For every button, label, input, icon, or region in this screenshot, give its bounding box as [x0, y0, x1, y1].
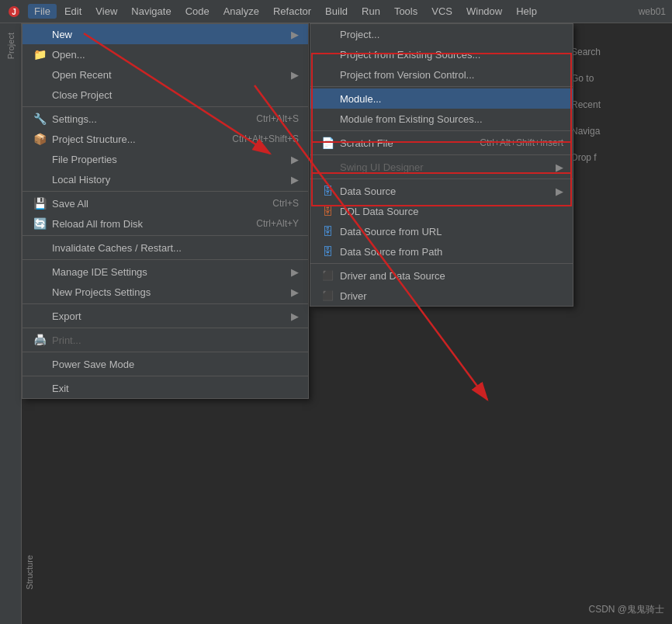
- menu-item-manage-ide[interactable]: Manage IDE Settings ▶: [23, 262, 308, 282]
- menu-item-settings[interactable]: 🔧 Settings... Ctrl+Alt+S: [23, 109, 308, 129]
- menubar-refactor[interactable]: Refactor: [267, 4, 317, 19]
- right-panel-drop: Drop f: [571, 152, 664, 163]
- menu-item-exit[interactable]: Exit: [23, 378, 308, 398]
- menu-item-open[interactable]: 📁 Open...: [23, 44, 308, 64]
- submenu-item-driver-data-source[interactable]: ⬛ Driver and Data Source: [310, 265, 573, 286]
- menu-item-invalidate-caches[interactable]: Invalidate Caches / Restart...: [23, 237, 308, 258]
- menubar: J File Edit View Navigate Code Analyze R…: [0, 0, 672, 23]
- submenu-item-data-source-url[interactable]: 🗄 Data Source from URL: [310, 221, 573, 241]
- menu-print-label: Print...: [52, 335, 299, 346]
- menu-invalidate-label: Invalidate Caches / Restart...: [52, 242, 299, 254]
- main-layout: Project New ▶ 📁 Open... Open Recent ▶ Cl…: [0, 23, 672, 624]
- menu-new-label: New: [52, 29, 285, 40]
- submenu-data-source-label: Data Source: [340, 185, 549, 197]
- submenu-item-module[interactable]: Module...: [310, 88, 573, 109]
- new-arrow: ▶: [291, 29, 299, 40]
- separator-6: [23, 328, 308, 328]
- menubar-navigate[interactable]: Navigate: [125, 4, 177, 19]
- submenu-item-module-existing[interactable]: Module from Existing Sources...: [310, 109, 573, 129]
- submenu-item-data-source-path[interactable]: 🗄 Data Source from Path: [310, 241, 573, 262]
- menu-save-all-label: Save All: [52, 198, 257, 210]
- submenu-item-scratch[interactable]: 📄 Scratch File Ctrl+Alt+Shift+Insert: [310, 133, 573, 153]
- submenu-item-project[interactable]: Project...: [310, 24, 573, 44]
- save-all-icon: 💾: [32, 197, 47, 210]
- separator-3: [23, 235, 308, 236]
- export-arrow: ▶: [291, 310, 299, 322]
- sub-separator-5: [310, 263, 573, 264]
- menubar-view[interactable]: View: [89, 4, 123, 19]
- open-icon: 📁: [32, 48, 47, 61]
- menu-item-file-properties[interactable]: File Properties ▶: [23, 149, 308, 169]
- menu-item-new-projects-settings[interactable]: New Projects Settings ▶: [23, 282, 308, 302]
- project-structure-icon: 📦: [32, 133, 47, 145]
- menubar-run[interactable]: Run: [355, 4, 386, 19]
- menubar-items: File Edit View Navigate Code Analyze Ref…: [28, 4, 639, 19]
- project-structure-shortcut: Ctrl+Alt+Shift+S: [232, 133, 299, 144]
- menubar-edit[interactable]: Edit: [58, 4, 88, 19]
- submenu-item-project-existing[interactable]: Project from Existing Sources...: [310, 44, 573, 64]
- data-source-arrow: ▶: [556, 185, 563, 197]
- menu-item-export[interactable]: Export ▶: [23, 306, 308, 326]
- submenu-project-vcs-label: Project from Version Control...: [340, 69, 563, 81]
- driver-icon: ⬛: [320, 290, 335, 301]
- manage-ide-arrow: ▶: [291, 266, 299, 278]
- menu-item-project-structure[interactable]: 📦 Project Structure... Ctrl+Alt+Shift+S: [23, 129, 308, 149]
- menu-item-close-project[interactable]: Close Project: [23, 85, 308, 105]
- menubar-vcs[interactable]: VCS: [425, 4, 459, 19]
- submenu-scratch-label: Scratch File: [340, 137, 464, 149]
- separator-4: [23, 259, 308, 260]
- menu-file-properties-label: File Properties: [52, 154, 285, 165]
- menu-open-label: Open...: [52, 49, 299, 61]
- menubar-build[interactable]: Build: [319, 4, 354, 19]
- menu-open-recent-label: Open Recent: [52, 69, 285, 81]
- separator-5: [23, 303, 308, 304]
- menu-new-projects-label: New Projects Settings: [52, 286, 285, 298]
- submenu-item-driver[interactable]: ⬛ Driver: [310, 286, 573, 306]
- submenu-item-project-vcs[interactable]: Project from Version Control...: [310, 64, 573, 85]
- menu-item-local-history[interactable]: Local History ▶: [23, 169, 308, 189]
- separator-1: [23, 106, 308, 107]
- new-projects-arrow: ▶: [291, 286, 299, 298]
- file-properties-arrow: ▶: [291, 154, 299, 165]
- settings-icon: 🔧: [32, 113, 47, 125]
- menu-settings-label: Settings...: [52, 113, 241, 125]
- menu-item-power-save[interactable]: Power Save Mode: [23, 354, 308, 374]
- separator-7: [23, 352, 308, 352]
- sidebar-strip: Project: [0, 23, 22, 624]
- file-menu: New ▶ 📁 Open... Open Recent ▶ Close Proj…: [22, 23, 309, 399]
- menu-item-new[interactable]: New ▶: [23, 24, 308, 44]
- sub-separator-4: [310, 179, 573, 179]
- menu-item-print: 🖨️ Print...: [23, 330, 308, 350]
- menubar-analyze[interactable]: Analyze: [217, 4, 265, 19]
- submenu-project-label: Project...: [340, 29, 563, 40]
- content-area: New ▶ 📁 Open... Open Recent ▶ Close Proj…: [22, 23, 672, 624]
- submenu-data-source-url-label: Data Source from URL: [340, 226, 563, 237]
- sub-separator-2: [310, 130, 573, 131]
- submenu-item-data-source[interactable]: 🗄 Data Source ▶: [310, 181, 573, 201]
- submenu-driver-label: Driver: [340, 290, 563, 302]
- menu-item-reload[interactable]: 🔄 Reload All from Disk Ctrl+Alt+Y: [23, 213, 308, 234]
- menu-exit-label: Exit: [52, 383, 299, 394]
- submenu-ddl-label: DDL Data Source: [340, 206, 563, 217]
- menubar-window[interactable]: Window: [460, 4, 508, 19]
- separator-8: [23, 376, 308, 376]
- menu-item-save-all[interactable]: 💾 Save All Ctrl+S: [23, 193, 308, 213]
- sub-separator-3: [310, 154, 573, 155]
- print-icon: 🖨️: [32, 334, 47, 346]
- submenu-item-swing: Swing UI Designer ▶: [310, 157, 573, 177]
- project-tab[interactable]: Project: [3, 26, 19, 65]
- submenu-item-ddl-data-source[interactable]: 🗄 DDL Data Source: [310, 201, 573, 221]
- menubar-tools[interactable]: Tools: [388, 4, 424, 19]
- submenu-module-label: Module...: [340, 93, 563, 105]
- app-logo: J: [6, 4, 22, 19]
- menubar-help[interactable]: Help: [510, 4, 543, 19]
- menu-export-label: Export: [52, 310, 285, 322]
- menu-item-open-recent[interactable]: Open Recent ▶: [23, 64, 308, 85]
- submenu-data-source-path-label: Data Source from Path: [340, 246, 563, 258]
- data-source-icon: 🗄: [320, 185, 335, 197]
- watermark: CSDN @鬼鬼骑士: [588, 603, 664, 616]
- menubar-file[interactable]: File: [28, 4, 57, 19]
- right-panel-goto: Go to: [571, 73, 664, 84]
- menubar-code[interactable]: Code: [179, 4, 216, 19]
- sub-separator-1: [310, 86, 573, 87]
